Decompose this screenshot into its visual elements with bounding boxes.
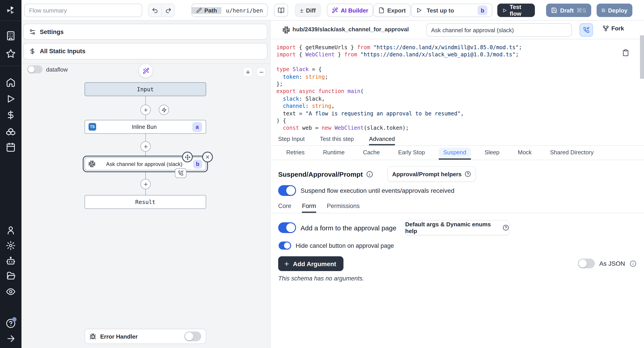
tab-form[interactable]: Form xyxy=(302,200,316,213)
tab-sleep[interactable]: Sleep xyxy=(480,146,504,160)
copy-code-button[interactable] xyxy=(622,49,629,56)
test-up-to-button[interactable]: Test up to b xyxy=(411,4,492,17)
flow-node-result[interactable]: Result xyxy=(84,195,206,209)
plus-icon xyxy=(143,182,148,187)
redo-button[interactable] xyxy=(162,4,174,16)
draft-button[interactable]: Draft ⌘S xyxy=(546,4,591,17)
tab-test-this-step[interactable]: Test this step xyxy=(320,133,354,145)
user-icon[interactable] xyxy=(6,226,16,235)
code-editor[interactable]: import { getResumeUrls } from "https://d… xyxy=(271,39,644,133)
tab-retries[interactable]: Retries xyxy=(282,146,309,160)
tab-early-stop[interactable]: Early Stop xyxy=(394,146,429,160)
plus-icon xyxy=(245,69,251,75)
tab-runtime[interactable]: Runtime xyxy=(318,146,349,160)
approval-helpers-button[interactable]: Approval/Prompt helpers xyxy=(387,166,476,182)
insert-step-button[interactable] xyxy=(140,141,151,152)
diff-button[interactable]: ± Diff xyxy=(295,4,321,17)
as-json-label: As JSON xyxy=(599,260,625,267)
flow-editor-panel: Settings All Static Inputs dataflow Inpu… xyxy=(22,20,270,348)
help-notification-badge xyxy=(12,317,16,322)
tab-permissions[interactable]: Permissions xyxy=(327,200,360,213)
tab-cache[interactable]: Cache xyxy=(358,146,384,160)
scrollbar-thumb[interactable] xyxy=(640,35,644,79)
move-step-button[interactable] xyxy=(182,152,193,162)
step-title-input[interactable] xyxy=(426,23,572,37)
tab-mock[interactable]: Mock xyxy=(514,146,536,160)
play-icon xyxy=(416,7,422,14)
hide-cancel-toggle-row: Hide cancel button on approval page xyxy=(278,242,394,250)
as-json-row: As JSON xyxy=(578,258,636,268)
zoom-in-button[interactable] xyxy=(243,67,253,77)
help-icon[interactable] xyxy=(6,318,16,328)
default-args-help-button[interactable]: Default args & Dynamic enums help xyxy=(405,220,510,235)
undo-button[interactable] xyxy=(148,4,162,16)
suspend-heading-row: Suspend/Approval/Prompt xyxy=(278,166,373,182)
all-static-inputs-row[interactable]: All Static Inputs xyxy=(23,43,268,60)
close-icon xyxy=(205,154,210,160)
error-handler-toggle[interactable] xyxy=(184,332,201,341)
schedules-calendar-icon[interactable] xyxy=(6,142,16,152)
delete-step-button[interactable] xyxy=(202,152,213,162)
wand-sparkles-icon xyxy=(142,67,149,74)
deploy-button[interactable]: Deploy xyxy=(596,4,632,17)
workspace-building-icon[interactable] xyxy=(6,31,16,41)
ai-bot-icon[interactable] xyxy=(6,256,16,266)
test-flow-button[interactable]: Test flow xyxy=(497,4,535,17)
docs-book-button[interactable] xyxy=(274,4,288,17)
insert-step-button[interactable] xyxy=(140,105,151,115)
tab-step-input[interactable]: Step Input xyxy=(278,133,305,145)
hub-path[interactable]: hub/2439/slack/ask_channel_for_approval xyxy=(292,26,409,33)
flow-node-inline-bun[interactable]: TS Inline Bun a xyxy=(84,120,206,134)
path-value[interactable]: u/henri/ben xyxy=(222,7,268,14)
folder-open-icon[interactable] xyxy=(6,271,16,281)
step-detail-panel: hub/2439/slack/ask_channel_for_approval … xyxy=(271,20,644,348)
save-icon xyxy=(551,7,558,14)
add-form-toggle-row: Add a form to the approval page xyxy=(278,222,396,233)
add-argument-button[interactable]: Add Argument xyxy=(278,256,343,271)
tab-advanced[interactable]: Advanced xyxy=(369,133,395,145)
plus-minus-icon: ± xyxy=(300,7,303,14)
help-circle-icon xyxy=(503,224,509,231)
tab-suspend[interactable]: Suspend xyxy=(439,146,471,160)
as-json-toggle[interactable] xyxy=(578,258,595,268)
variables-dollar-icon[interactable] xyxy=(6,110,16,120)
insert-step-button[interactable] xyxy=(140,179,151,189)
ai-flow-wand-button[interactable] xyxy=(139,64,153,78)
flow-node-input[interactable]: Input xyxy=(84,82,206,96)
error-handler-row[interactable]: Error Handler xyxy=(84,329,206,344)
step-header: hub/2439/slack/ask_channel_for_approval … xyxy=(271,20,644,39)
info-icon[interactable] xyxy=(630,260,636,267)
wand-sparkles-icon xyxy=(332,7,338,14)
gear-icon[interactable] xyxy=(6,241,16,250)
runs-play-icon[interactable] xyxy=(6,94,16,104)
flow-settings-row[interactable]: Settings xyxy=(23,24,268,40)
suspend-phone-button[interactable] xyxy=(580,23,593,37)
phone-incoming-icon xyxy=(583,27,590,33)
trigger-bolt-button[interactable] xyxy=(159,105,169,115)
favorites-star-icon[interactable] xyxy=(6,49,16,58)
fork-button[interactable]: Fork xyxy=(602,25,624,32)
tab-core[interactable]: Core xyxy=(278,200,291,213)
export-button[interactable]: Export xyxy=(374,4,410,17)
windmill-logo[interactable] xyxy=(5,5,16,16)
plus-icon xyxy=(143,107,148,112)
home-icon[interactable] xyxy=(6,78,16,87)
zoom-out-button[interactable] xyxy=(256,67,266,77)
suspend-flow-toggle[interactable] xyxy=(278,185,296,196)
info-icon[interactable] xyxy=(366,171,373,177)
tab-shared-directory[interactable]: Shared Directory xyxy=(546,146,598,160)
hide-cancel-toggle[interactable] xyxy=(278,242,291,250)
flow-summary-input[interactable] xyxy=(24,4,142,17)
add-form-toggle[interactable] xyxy=(278,222,296,233)
expand-arrow-right-icon[interactable] xyxy=(6,334,16,344)
step-id-badge: a xyxy=(192,122,202,132)
ai-builder-button[interactable]: AI Builder xyxy=(327,4,373,17)
resources-boxes-icon[interactable] xyxy=(6,126,16,136)
hide-cancel-label: Hide cancel button on approval page xyxy=(296,242,394,249)
move-icon xyxy=(184,154,190,160)
slack-icon xyxy=(283,26,290,34)
edit-path-button[interactable]: Path xyxy=(192,7,222,14)
audit-eye-icon[interactable] xyxy=(6,287,16,296)
section-heading: Suspend/Approval/Prompt xyxy=(278,170,363,178)
dataflow-toggle[interactable] xyxy=(27,65,42,73)
